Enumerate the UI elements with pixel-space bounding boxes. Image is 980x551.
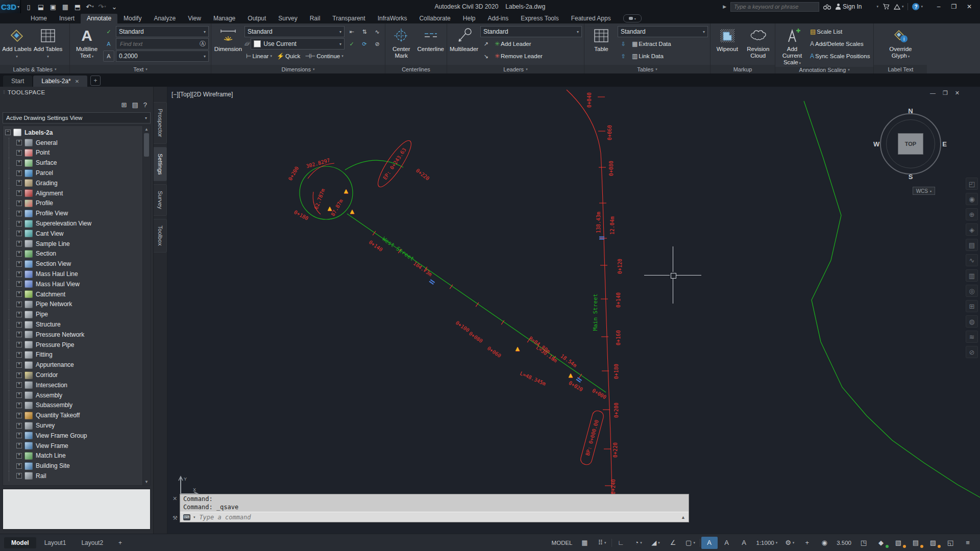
object-snap-tracking-icon[interactable]: ∠ xyxy=(665,537,681,549)
find-magnifier-icon[interactable]: Ⓐ xyxy=(200,40,206,48)
tree-item[interactable]: Section View xyxy=(5,259,143,269)
expand-toggle-icon[interactable] xyxy=(16,332,22,337)
default-elevation-icon[interactable]: ◉ xyxy=(816,537,832,549)
text-style-icon[interactable]: A xyxy=(103,51,114,62)
help-button[interactable]: ? ▾ xyxy=(912,3,923,10)
panel-title-label-text[interactable]: Label Text xyxy=(874,65,927,73)
viewcube-top-face[interactable]: TOP xyxy=(898,133,923,155)
wipeout-button[interactable]: Wipeout xyxy=(713,25,742,64)
panel-title-labels-tables[interactable]: Labels & Tables▾ xyxy=(0,65,69,73)
ribbon-tab[interactable]: Featured Apps xyxy=(565,14,617,23)
revision-cloud-button[interactable]: Revision Cloud xyxy=(744,25,773,64)
expand-toggle-icon[interactable] xyxy=(16,241,22,246)
dimension-break-icon[interactable]: ∿ xyxy=(372,26,383,37)
search-input[interactable] xyxy=(730,2,819,12)
expand-toggle-icon[interactable] xyxy=(16,180,22,186)
expand-toggle-icon[interactable] xyxy=(16,473,22,479)
connect-pill-button[interactable]: ▾ xyxy=(623,14,642,22)
tree-item[interactable]: Pipe xyxy=(5,309,143,319)
palette-side-tab[interactable]: Settings xyxy=(154,147,167,182)
graphics-performance-icon[interactable]: ◆ xyxy=(873,537,889,549)
ribbon-tab[interactable]: Add-ins xyxy=(481,14,514,23)
ribbon-tab[interactable]: Rail xyxy=(304,14,327,23)
qat-icon[interactable]: ⬒ xyxy=(72,2,83,12)
palette-properties-icon[interactable]: ⊞ xyxy=(121,101,127,109)
ribbon-tab[interactable]: InfraWorks xyxy=(372,14,413,23)
command-input-row[interactable]: ⌨ ▾ ▲ xyxy=(180,512,689,522)
status-icon[interactable] xyxy=(700,539,700,547)
add-leader-button[interactable]: ✳Add Leader xyxy=(493,38,533,49)
panorama-icon[interactable]: ▤ xyxy=(132,101,138,109)
viewcube-south[interactable]: S xyxy=(909,173,913,181)
status-icon[interactable] xyxy=(611,539,612,547)
center-mark-button[interactable]: Center Mark xyxy=(387,25,415,64)
tree-item[interactable]: Section xyxy=(5,249,143,259)
tree-item[interactable]: Mass Haul View xyxy=(5,279,143,289)
expand-toggle-icon[interactable] xyxy=(16,302,22,307)
expand-toggle-icon[interactable] xyxy=(16,342,22,347)
tree-item[interactable]: Surface xyxy=(5,158,143,168)
tree-item[interactable]: View Frame xyxy=(5,441,143,451)
restore-button[interactable]: ❐ xyxy=(946,1,962,12)
oblique-icon[interactable]: ⊘ xyxy=(372,38,383,49)
expand-toggle-icon[interactable] xyxy=(16,322,22,328)
tab-drawing[interactable]: Labels-2a*✕ xyxy=(33,76,87,87)
workspace-switching-icon[interactable]: ⚙ xyxy=(781,537,798,549)
visual-style-icon[interactable]: ◍ xyxy=(966,315,978,328)
tree-item[interactable]: Catchment xyxy=(5,289,143,299)
tree-item[interactable]: General xyxy=(5,138,143,148)
tree-item[interactable]: Sample Line xyxy=(5,239,143,249)
orbit-icon[interactable]: ◈ xyxy=(966,223,978,236)
search-binoculars-icon[interactable] xyxy=(823,4,831,10)
ribbon-tab[interactable]: Help xyxy=(457,14,482,23)
tree-item[interactable]: Profile xyxy=(5,198,143,209)
dim-check-icon[interactable]: ✓ xyxy=(346,38,357,49)
expand-toggle-icon[interactable] xyxy=(16,211,22,216)
grip-dots-icon[interactable]: ⁞⁞ xyxy=(3,90,5,95)
ribbon-tab[interactable]: View xyxy=(182,14,207,23)
tree-item[interactable]: Intersection xyxy=(5,380,143,390)
expand-toggle-icon[interactable] xyxy=(16,403,22,408)
ribbon-tab[interactable]: Survey xyxy=(272,14,303,23)
model-space-toggle[interactable]: MODEL xyxy=(549,537,576,549)
object-snap-icon[interactable]: ▢ xyxy=(682,537,699,549)
layout-tab[interactable]: Layout1 xyxy=(37,537,74,548)
expand-toggle-icon[interactable] xyxy=(16,170,22,176)
add-current-scale-button[interactable]: Add Current Scale xyxy=(777,25,807,66)
dim-update-icon[interactable]: ⟳ xyxy=(359,38,370,49)
steering-icon[interactable]: ∿ xyxy=(966,254,978,266)
tree-item[interactable]: Cant View xyxy=(5,229,143,239)
ribbon-tab[interactable]: Analyze xyxy=(148,14,182,23)
qat-icon[interactable]: ⌄ xyxy=(109,2,120,12)
panel-title-centerlines[interactable]: Centerlines xyxy=(385,65,447,73)
tree-item[interactable]: Alignment xyxy=(5,188,143,198)
mleader-style-select[interactable]: Standard▾ xyxy=(480,26,582,37)
ribbon-tab[interactable]: Insert xyxy=(53,14,81,23)
tree-item[interactable]: Match Line xyxy=(5,451,143,461)
multileader-button[interactable]: Multileader xyxy=(449,25,479,64)
command-dropdown-icon[interactable]: ▾ xyxy=(193,515,195,519)
scrollbar-thumb[interactable] xyxy=(144,133,149,157)
expand-toggle-icon[interactable] xyxy=(16,413,22,418)
ribbon-tab[interactable]: Manage xyxy=(207,14,241,23)
collapse-toggle-icon[interactable] xyxy=(5,130,11,135)
tab-start[interactable]: Start xyxy=(3,76,32,87)
expand-toggle-icon[interactable] xyxy=(16,190,22,196)
tree-item[interactable]: Profile View xyxy=(5,208,143,218)
expand-toggle-icon[interactable] xyxy=(16,423,22,429)
tree-item[interactable]: Pressure Network xyxy=(5,330,143,340)
ribbon-tab[interactable]: Transparent xyxy=(326,14,371,23)
command-expand-icon[interactable]: ▲ xyxy=(681,515,685,520)
view-minimize-icon[interactable]: — xyxy=(930,90,936,96)
panel-title-markup[interactable]: Markup xyxy=(710,65,775,73)
expand-toggle-icon[interactable] xyxy=(16,392,22,398)
trusted-paths-icon[interactable]: ▤ xyxy=(908,537,924,549)
table-button[interactable]: Table xyxy=(586,25,616,64)
tree-item[interactable]: Grading xyxy=(5,178,143,188)
expand-toggle-icon[interactable] xyxy=(16,150,22,156)
quick-dimension-button[interactable]: ⚡Quick xyxy=(275,51,302,62)
layout-tab[interactable]: + xyxy=(111,537,129,548)
settings-view-select[interactable]: Active Drawing Settings View▾ xyxy=(3,112,151,123)
leader-collect-icon[interactable]: ↗ xyxy=(480,38,492,49)
text-align-icon[interactable]: A xyxy=(103,38,114,49)
